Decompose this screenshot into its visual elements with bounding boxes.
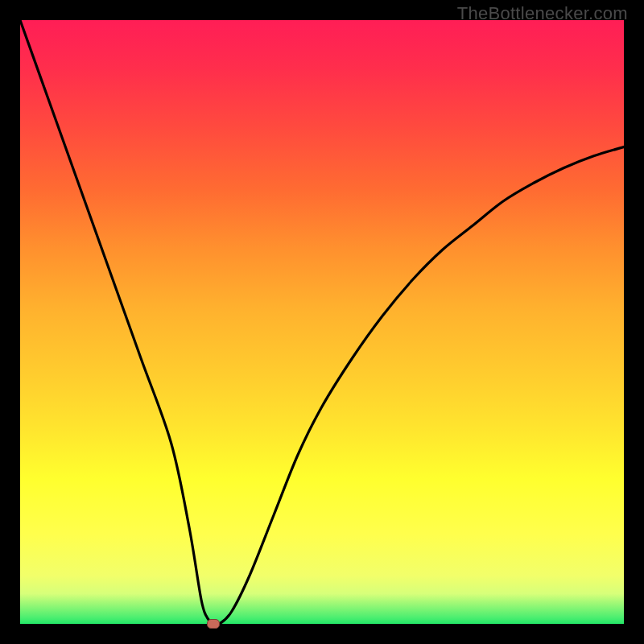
bottleneck-curve — [20, 20, 624, 624]
plot-area — [20, 20, 624, 624]
curve-svg — [20, 20, 624, 624]
chart-container: TheBottlenecker.com — [0, 0, 644, 644]
optimal-point-marker — [207, 619, 220, 629]
watermark-text: TheBottlenecker.com — [457, 3, 628, 24]
